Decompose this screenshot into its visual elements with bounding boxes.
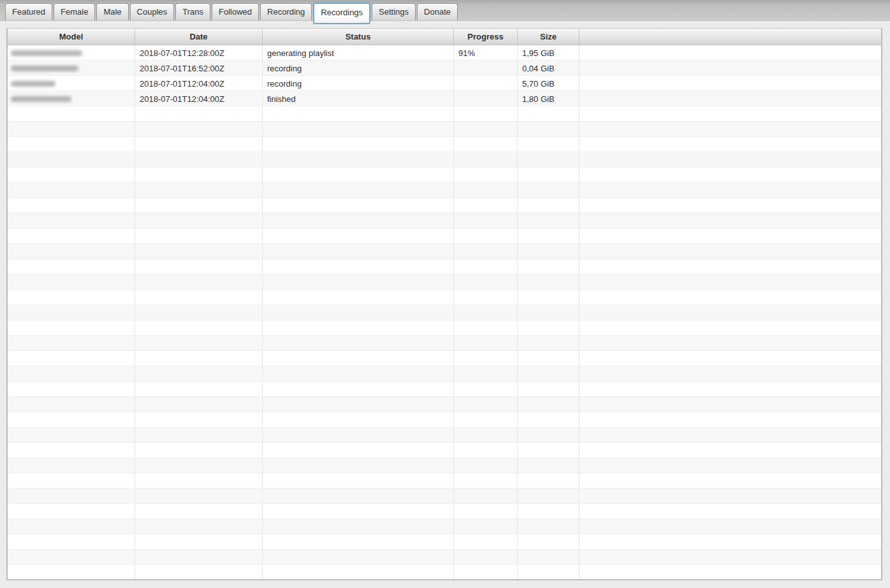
cell-size — [518, 412, 580, 427]
cell-size — [518, 443, 580, 458]
column-header-progress[interactable]: Progress — [454, 29, 518, 45]
tab-featured[interactable]: Featured — [5, 3, 52, 20]
redacted-model-name — [11, 81, 55, 87]
cell-filler — [580, 458, 881, 473]
table-row-empty — [8, 229, 881, 244]
column-header-status[interactable]: Status — [263, 29, 454, 45]
cell-progress — [454, 458, 518, 473]
cell-date — [135, 305, 263, 320]
cell-model — [8, 397, 135, 412]
cell-progress — [454, 382, 518, 397]
cell-model — [8, 565, 135, 579]
column-header-date[interactable]: Date — [135, 29, 263, 45]
cell-date — [135, 458, 263, 473]
table-row-empty — [8, 427, 881, 443]
cell-model — [8, 427, 135, 443]
cell-size — [518, 534, 580, 550]
cell-status: generating playlist — [263, 45, 454, 61]
table-row[interactable]: 2018-07-01T16:52:00Zrecording0,04 GiB — [8, 61, 881, 76]
cell-progress — [454, 351, 518, 366]
cell-filler — [580, 427, 881, 443]
cell-model — [8, 122, 135, 137]
cell-filler — [580, 565, 881, 579]
cell-status — [263, 382, 454, 397]
table-row[interactable]: 2018-07-01T12:04:00Zfinished1,80 GiB — [8, 91, 881, 106]
cell-filler — [580, 305, 881, 320]
tab-trans[interactable]: Trans — [175, 3, 210, 20]
cell-model — [8, 550, 135, 565]
cell-progress — [454, 366, 518, 382]
cell-status — [263, 198, 454, 213]
cell-size — [518, 473, 580, 489]
cell-model — [8, 198, 135, 213]
cell-filler — [580, 152, 881, 168]
table-row-empty — [8, 489, 881, 504]
cell-size — [518, 213, 580, 229]
cell-date — [135, 366, 263, 382]
column-header-model[interactable]: Model — [8, 29, 135, 45]
cell-progress: 91% — [454, 45, 518, 61]
table-row-empty — [8, 565, 881, 579]
column-header-size[interactable]: Size — [518, 29, 580, 45]
cell-progress — [454, 244, 518, 259]
cell-date: 2018-07-01T16:52:00Z — [135, 61, 263, 76]
cell-date — [135, 412, 263, 427]
tab-couples[interactable]: Couples — [130, 3, 175, 20]
cell-filler — [580, 122, 881, 137]
cell-date — [135, 320, 263, 336]
cell-filler — [580, 244, 881, 259]
cell-size — [518, 152, 580, 168]
tab-followed[interactable]: Followed — [212, 3, 259, 20]
cell-filler — [580, 519, 881, 534]
tab-recordings[interactable]: Recordings — [313, 3, 370, 24]
cell-progress — [454, 320, 518, 336]
cell-date — [135, 397, 263, 412]
cell-date — [135, 504, 263, 519]
cell-size — [518, 519, 580, 534]
cell-filler — [580, 397, 881, 412]
content-area: ModelDateStatusProgressSize 2018-07-01T1… — [0, 21, 890, 588]
cell-progress — [454, 397, 518, 412]
cell-filler — [580, 168, 881, 183]
cell-status — [263, 137, 454, 152]
cell-size — [518, 489, 580, 504]
cell-progress — [454, 91, 518, 106]
tab-male[interactable]: Male — [96, 3, 128, 20]
cell-model — [8, 290, 135, 305]
cell-status — [263, 473, 454, 489]
table-row[interactable]: 2018-07-01T12:04:00Zrecording5,70 GiB — [8, 76, 881, 91]
cell-status — [263, 106, 454, 122]
cell-size — [518, 351, 580, 366]
cell-size — [518, 244, 580, 259]
cell-progress — [454, 213, 518, 229]
cell-model — [8, 412, 135, 427]
cell-date — [135, 183, 263, 198]
tab-settings[interactable]: Settings — [372, 3, 416, 20]
table-header-row: ModelDateStatusProgressSize — [8, 29, 881, 45]
cell-status — [263, 489, 454, 504]
table-row-empty — [8, 320, 881, 336]
cell-progress — [454, 565, 518, 579]
cell-progress — [454, 504, 518, 519]
tab-recording[interactable]: Recording — [260, 3, 312, 20]
cell-model — [8, 305, 135, 320]
tab-female[interactable]: Female — [54, 3, 95, 20]
cell-progress — [454, 229, 518, 244]
table-row-empty — [8, 336, 881, 351]
cell-filler — [580, 183, 881, 198]
cell-filler — [580, 320, 881, 336]
cell-status — [263, 259, 454, 275]
cell-size — [518, 305, 580, 320]
cell-status — [263, 122, 454, 137]
table-row-empty — [8, 152, 881, 168]
table-row[interactable]: 2018-07-01T12:28:00Zgenerating playlist9… — [8, 45, 881, 61]
cell-progress — [454, 290, 518, 305]
cell-date — [135, 473, 263, 489]
cell-filler — [580, 351, 881, 366]
cell-size — [518, 366, 580, 382]
cell-progress — [454, 168, 518, 183]
cell-date — [135, 229, 263, 244]
cell-status: recording — [263, 61, 454, 76]
cell-status — [263, 275, 454, 290]
tab-donate[interactable]: Donate — [417, 3, 458, 20]
